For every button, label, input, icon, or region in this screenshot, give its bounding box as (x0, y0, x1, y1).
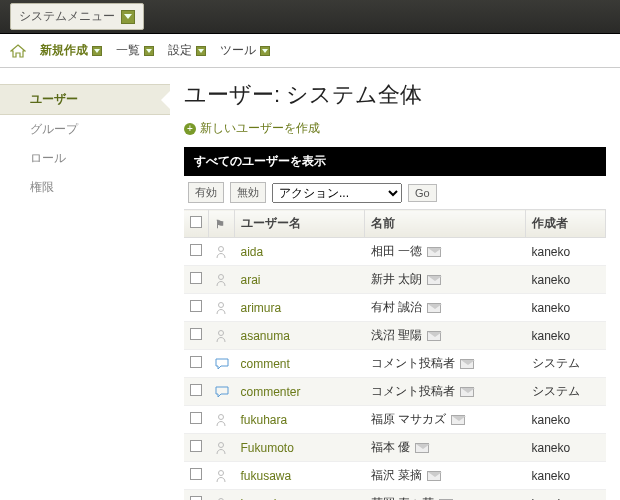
creator-cell: kaneko (526, 406, 606, 434)
svg-point-1 (218, 274, 223, 279)
creator-cell: kaneko (526, 322, 606, 350)
go-button[interactable]: Go (408, 184, 437, 202)
username-link[interactable]: fukusawa (241, 469, 292, 483)
table-row: fukuhara福原 マサカズkaneko (184, 406, 606, 434)
name-cell: 花岡 寿々花 (365, 490, 526, 501)
navbar: 新規作成 一覧 設定 ツール (0, 34, 620, 68)
name-cell: 福沢 菜摘 (365, 462, 526, 490)
nav-list-label: 一覧 (116, 42, 140, 59)
main: ユーザー: システム全体 + 新しいユーザーを作成 すべてのユーザーを表示 有効… (170, 68, 620, 500)
username-link[interactable]: arai (241, 273, 261, 287)
username-link[interactable]: fukuhara (241, 413, 288, 427)
table-row: asanuma浅沼 聖陽kaneko (184, 322, 606, 350)
person-icon (215, 273, 229, 287)
comment-icon (215, 358, 229, 370)
col-creator[interactable]: 作成者 (526, 210, 606, 238)
mail-icon[interactable] (427, 471, 441, 481)
mail-icon[interactable] (427, 275, 441, 285)
col-username[interactable]: ユーザー名 (235, 210, 365, 238)
row-checkbox[interactable] (190, 384, 202, 396)
person-icon (215, 441, 229, 455)
action-select[interactable]: アクション... (272, 183, 402, 203)
nav-settings[interactable]: 設定 (168, 42, 206, 59)
comment-icon (215, 386, 229, 398)
row-checkbox[interactable] (190, 468, 202, 480)
mail-icon[interactable] (451, 415, 465, 425)
table-row: commentコメント投稿者システム (184, 350, 606, 378)
creator-cell: kaneko (526, 490, 606, 501)
checkbox-icon[interactable] (190, 216, 202, 228)
page-title: ユーザー: システム全体 (184, 80, 606, 110)
svg-point-0 (218, 246, 223, 251)
sidebar-item-0[interactable]: ユーザー (0, 84, 170, 115)
name-cell: 新井 太朗 (365, 266, 526, 294)
nav-create[interactable]: 新規作成 (40, 42, 102, 59)
creator-cell: kaneko (526, 462, 606, 490)
name-cell: 福本 優 (365, 434, 526, 462)
create-user-label: 新しいユーザーを作成 (200, 120, 320, 137)
person-icon (215, 245, 229, 259)
dropdown-icon (260, 46, 270, 56)
row-checkbox[interactable] (190, 244, 202, 256)
mail-icon[interactable] (427, 331, 441, 341)
sidebar-item-3[interactable]: 権限 (0, 173, 170, 202)
sidebar-item-2[interactable]: ロール (0, 144, 170, 173)
creator-cell: kaneko (526, 294, 606, 322)
list-heading: すべてのユーザーを表示 (184, 147, 606, 176)
username-link[interactable]: aida (241, 245, 264, 259)
system-menu-button[interactable]: システムメニュー (10, 3, 144, 30)
enable-button[interactable]: 有効 (188, 182, 224, 203)
person-icon (215, 413, 229, 427)
username-link[interactable]: commenter (241, 385, 301, 399)
table-row: hanaoka花岡 寿々花kaneko (184, 490, 606, 501)
col-flag[interactable] (209, 210, 235, 238)
topbar: システムメニュー (0, 0, 620, 34)
mail-icon[interactable] (427, 247, 441, 257)
nav-tools[interactable]: ツール (220, 42, 270, 59)
nav-create-label: 新規作成 (40, 42, 88, 59)
username-link[interactable]: hanaoka (241, 497, 287, 501)
system-menu-label: システムメニュー (19, 8, 115, 25)
row-checkbox[interactable] (190, 412, 202, 424)
col-checkbox[interactable] (184, 210, 209, 238)
creator-cell: kaneko (526, 238, 606, 266)
svg-point-2 (218, 302, 223, 307)
name-cell: コメント投稿者 (365, 350, 526, 378)
mail-icon[interactable] (460, 387, 474, 397)
row-checkbox[interactable] (190, 300, 202, 312)
toolbar: 有効 無効 アクション... Go (184, 176, 606, 209)
name-cell: 浅沼 聖陽 (365, 322, 526, 350)
mail-icon[interactable] (460, 359, 474, 369)
person-icon (215, 301, 229, 315)
home-icon[interactable] (10, 44, 26, 58)
creator-cell: kaneko (526, 266, 606, 294)
row-checkbox[interactable] (190, 272, 202, 284)
name-cell: コメント投稿者 (365, 378, 526, 406)
table-row: arimura有村 誠治kaneko (184, 294, 606, 322)
mail-icon[interactable] (427, 303, 441, 313)
row-checkbox[interactable] (190, 328, 202, 340)
disable-button[interactable]: 無効 (230, 182, 266, 203)
person-icon (215, 497, 229, 501)
creator-cell: システム (526, 350, 606, 378)
table-row: Fukumoto福本 優kaneko (184, 434, 606, 462)
username-link[interactable]: asanuma (241, 329, 290, 343)
row-checkbox[interactable] (190, 440, 202, 452)
sidebar-item-1[interactable]: グループ (0, 115, 170, 144)
person-icon (215, 329, 229, 343)
col-name[interactable]: 名前 (365, 210, 526, 238)
username-link[interactable]: arimura (241, 301, 282, 315)
svg-point-5 (218, 442, 223, 447)
mail-icon[interactable] (415, 443, 429, 453)
create-user-link[interactable]: + 新しいユーザーを作成 (184, 120, 606, 137)
username-link[interactable]: Fukumoto (241, 441, 294, 455)
row-checkbox[interactable] (190, 356, 202, 368)
table-row: arai新井 太朗kaneko (184, 266, 606, 294)
username-link[interactable]: comment (241, 357, 290, 371)
dropdown-icon (196, 46, 206, 56)
nav-list[interactable]: 一覧 (116, 42, 154, 59)
table-row: aida相田 一徳kaneko (184, 238, 606, 266)
dropdown-icon (121, 10, 135, 24)
plus-icon: + (184, 123, 196, 135)
row-checkbox[interactable] (190, 496, 202, 500)
